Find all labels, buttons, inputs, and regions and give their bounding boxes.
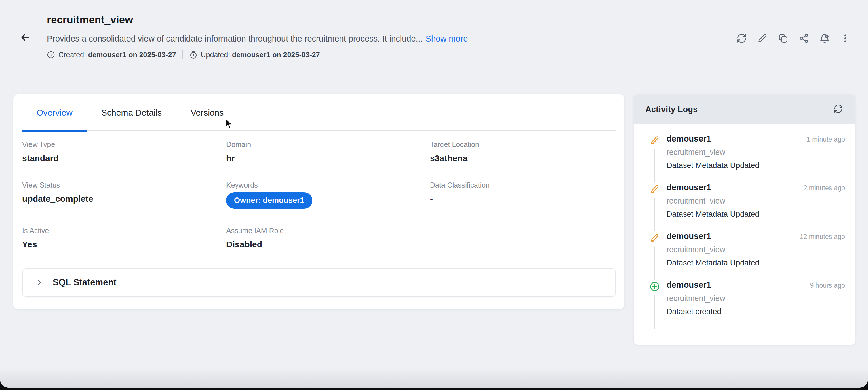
entry-user: demouser1 (666, 280, 711, 290)
created-label: Created: (58, 51, 86, 59)
tabs: Overview Schema Details Versions (22, 94, 616, 131)
timeline-rail (646, 134, 664, 183)
list-item: demouser1 1 minute ago recruitment_view … (646, 134, 845, 183)
more-vertical-icon (840, 33, 850, 45)
entry-dataset-link[interactable]: recruitment_view (666, 148, 845, 157)
chevron-right-icon (35, 278, 43, 287)
entry-dataset-link[interactable]: recruitment_view (666, 245, 845, 254)
field-target-location: Target Location s3athena (430, 140, 616, 163)
field-value: hr (226, 154, 430, 163)
timeline-rail (646, 280, 664, 329)
entry-user: demouser1 (666, 231, 711, 241)
field-value: Yes (22, 240, 226, 249)
field-label: Domain (226, 140, 430, 149)
edit-icon (650, 135, 660, 145)
description-row: Provides a consolidated view of candidat… (47, 34, 468, 44)
tab-overview[interactable]: Overview (22, 94, 87, 131)
tab-versions[interactable]: Versions (176, 94, 238, 131)
sql-statement-section[interactable]: SQL Statement (22, 268, 616, 297)
field-assume-iam-role: Assume IAM Role Disabled (226, 227, 430, 249)
timeline-line (654, 295, 655, 329)
activity-logs-panel: Activity Logs demouser1 1 minut (634, 94, 855, 345)
timeline-line (654, 247, 655, 280)
timeline-rail (646, 183, 664, 231)
entry-time: 12 minutes ago (800, 231, 845, 241)
timeline-rail (646, 231, 664, 280)
description-text: Provides a consolidated view of candidat… (47, 34, 423, 43)
field-value: update_complete (22, 194, 226, 204)
refresh-icon (737, 33, 747, 45)
activity-logs-header: Activity Logs (634, 94, 855, 124)
refresh-button[interactable] (735, 32, 748, 46)
field-data-classification: Data Classification - (430, 181, 616, 209)
field-view-status: View Status update_complete (22, 181, 226, 209)
entry-user: demouser1 (666, 183, 711, 192)
field-value: - (430, 194, 616, 204)
field-value: s3athena (430, 154, 616, 163)
list-item: demouser1 9 hours ago recruitment_view D… (646, 280, 845, 329)
activity-logs-title: Activity Logs (645, 105, 698, 114)
field-label: View Type (22, 140, 226, 149)
copy-button[interactable] (776, 32, 790, 46)
show-more-link[interactable]: Show more (426, 34, 468, 43)
field-keywords: Keywords Owner: demouser1 (226, 181, 430, 209)
entry-body: demouser1 1 minute ago recruitment_view … (664, 134, 845, 183)
timer-icon (189, 51, 197, 59)
entry-action: Dataset Metadata Updated (666, 210, 845, 219)
arrow-left-icon (20, 32, 31, 45)
field-label: Assume IAM Role (226, 227, 430, 235)
entry-action: Dataset Metadata Updated (666, 258, 845, 268)
share-button[interactable] (797, 32, 810, 46)
divider (183, 51, 183, 59)
notification-settings-icon (819, 33, 830, 45)
created-value: demouser1 on 2025-03-27 (88, 51, 176, 59)
field-domain: Domain hr (226, 140, 430, 163)
clock-icon (47, 51, 55, 59)
share-icon (799, 33, 809, 45)
activity-logs-refresh-button[interactable] (832, 104, 844, 115)
field-value: Disabled (226, 240, 430, 249)
more-menu-button[interactable] (839, 32, 852, 46)
plus-circle-icon (650, 281, 660, 292)
list-item: demouser1 12 minutes ago recruitment_vie… (646, 231, 845, 280)
entry-dataset-link[interactable]: recruitment_view (666, 294, 845, 303)
details-card: Overview Schema Details Versions View Ty… (13, 94, 624, 309)
field-label: Data Classification (430, 181, 616, 189)
updated-value: demouser1 on 2025-03-27 (232, 51, 320, 59)
entry-dataset-link[interactable]: recruitment_view (666, 197, 845, 205)
entry-time: 1 minute ago (807, 134, 845, 143)
entry-body: demouser1 12 minutes ago recruitment_vie… (664, 231, 845, 280)
header-actions (735, 32, 852, 46)
tab-schema-details[interactable]: Schema Details (87, 94, 176, 131)
list-item: demouser1 2 minutes ago recruitment_view… (646, 183, 845, 231)
keyword-tag[interactable]: Owner: demouser1 (226, 192, 312, 209)
edit-icon (650, 232, 660, 243)
entry-time: 2 minutes ago (804, 183, 845, 192)
field-label: Is Active (22, 227, 226, 235)
edit-button[interactable] (756, 32, 769, 46)
field-label: Keywords (226, 181, 430, 189)
copy-icon (778, 33, 788, 45)
entry-time: 9 hours ago (810, 280, 845, 289)
page: recruitment_view Provides a consolidated… (0, 0, 868, 388)
entry-body: demouser1 2 minutes ago recruitment_view… (664, 183, 845, 231)
edit-icon (650, 184, 660, 194)
field-label: Target Location (430, 140, 616, 149)
field-value: standard (22, 154, 226, 163)
field-label: View Status (22, 181, 226, 189)
entry-body: demouser1 9 hours ago recruitment_view D… (664, 280, 845, 329)
timeline-line (654, 149, 655, 183)
timeline-line (654, 198, 655, 231)
back-button[interactable] (18, 31, 33, 46)
field-is-active: Is Active Yes (22, 227, 226, 249)
page-title: recruitment_view (47, 14, 468, 26)
activity-log-list: demouser1 1 minute ago recruitment_view … (634, 124, 855, 345)
updated-label: Updated: (201, 51, 230, 59)
entry-user: demouser1 (666, 134, 711, 143)
entry-action: Dataset created (666, 307, 845, 316)
notification-settings-button[interactable] (818, 32, 831, 46)
refresh-icon (834, 104, 843, 115)
sql-statement-label: SQL Statement (53, 277, 117, 288)
field-empty (430, 227, 616, 249)
entry-action: Dataset Metadata Updated (666, 161, 845, 170)
